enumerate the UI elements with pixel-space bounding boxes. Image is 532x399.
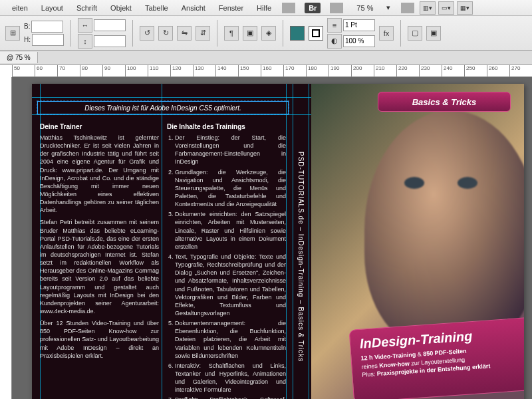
screen-mode-icon[interactable]: ▭▾ xyxy=(438,1,454,15)
content-item: Interaktiv: Schaltflächen und Links, Tex… xyxy=(175,362,286,394)
select-container-icon[interactable]: ▣ xyxy=(243,26,257,41)
contents-column: Die Inhalte des Trainings Der Einstieg: … xyxy=(167,122,286,400)
spine-text: PSD-TUTORIALS.de – InDesign-Training – B… xyxy=(297,152,305,362)
menu-item[interactable]: Ansicht xyxy=(175,4,212,12)
stroke-weight-input[interactable] xyxy=(343,19,375,31)
ruler-tick: 240 xyxy=(442,65,452,77)
cover-portrait xyxy=(364,110,524,350)
content-item: Dokumente einrichten: den Satzspiegel ei… xyxy=(175,210,286,251)
content-item: Dokumentenmanagement: die Ebenenfunktion… xyxy=(175,319,286,360)
ruler-tick: 140 xyxy=(215,65,226,77)
menu-item[interactable]: Layout xyxy=(35,4,70,12)
flip-v-icon[interactable]: ⇵ xyxy=(196,26,210,41)
width-input[interactable] xyxy=(31,21,63,33)
canvas[interactable]: Dieses Training ist für Adobe InDesign C… xyxy=(12,77,532,399)
chevron-down-icon[interactable]: ▾ xyxy=(380,3,397,12)
content-item: Grundlagen: die Werkzeuge, die Navigatio… xyxy=(175,168,286,209)
trainer-bio-3: Über 12 Stunden Video-Training und über … xyxy=(40,319,159,360)
front-cover: Basics & Tricks InDesign-Training 12 h V… xyxy=(311,84,524,399)
ruler-tick: 210 xyxy=(374,65,384,77)
separator xyxy=(330,3,343,13)
reference-point-icon[interactable]: ⊞ xyxy=(5,26,20,41)
spine: PSD-TUTORIALS.de – InDesign-Training – B… xyxy=(293,97,309,399)
content-item: Der Einstieg: der Start, die Voreinstell… xyxy=(175,134,286,166)
subtitle-badge: Basics & Tricks xyxy=(378,92,511,112)
view-options-icon[interactable]: ▥▾ xyxy=(420,1,436,15)
ruler-tick: 130 xyxy=(193,65,203,77)
scale-y-input[interactable] xyxy=(94,35,126,47)
menu-bar: eiten Layout Schrift Objekt Tabelle Ansi… xyxy=(0,0,532,16)
rotate-ccw-icon[interactable]: ↺ xyxy=(140,26,154,41)
separator xyxy=(282,3,295,13)
menu-item[interactable]: Objekt xyxy=(104,4,138,12)
effects-icon[interactable]: fx xyxy=(379,26,394,41)
guide[interactable] xyxy=(309,84,309,399)
menu-item[interactable]: Tabelle xyxy=(138,4,175,12)
trainer-column: Deine Trainer Matthias Tschinkowitz ist … xyxy=(40,122,159,400)
selection-frame[interactable] xyxy=(37,101,289,114)
page-spread[interactable]: Dieses Training ist für Adobe InDesign C… xyxy=(32,84,524,399)
ruler-tick: 90 xyxy=(102,65,110,77)
menu-item[interactable]: eiten xyxy=(5,4,35,12)
flip-h-icon[interactable]: ⇋ xyxy=(177,26,192,41)
separator xyxy=(400,20,401,47)
menu-item[interactable]: Schrift xyxy=(70,4,104,12)
stroke-weight-icon: ≡ xyxy=(327,18,342,33)
document-tabs: @ 75 % xyxy=(0,51,532,65)
ruler-tick: 230 xyxy=(419,65,430,77)
opacity-icon: ◐ xyxy=(327,34,342,49)
ruler-tick: 110 xyxy=(148,65,158,77)
text-wrap-bbox-icon[interactable]: ▣ xyxy=(426,26,441,41)
scale-x-input[interactable] xyxy=(94,19,126,31)
scale-x-icon[interactable]: ↔ xyxy=(78,18,92,33)
opacity-input[interactable] xyxy=(343,35,375,47)
paragraph-icon[interactable]: ¶ xyxy=(224,26,239,41)
horizontal-ruler[interactable]: 5060708090100110120130140150160170180190… xyxy=(12,65,532,77)
separator xyxy=(132,20,133,47)
fill-swatch[interactable] xyxy=(290,26,305,41)
contents-heading: Die Inhalte des Trainings xyxy=(167,122,286,132)
content-item: Text, Typografie und Objekte: Texte und … xyxy=(175,253,286,317)
ruler-tick: 180 xyxy=(306,65,317,77)
ruler-tick: 120 xyxy=(170,65,181,77)
ruler-tick: 80 xyxy=(80,65,88,77)
ruler-tick: 50 xyxy=(12,65,20,77)
zoom-level[interactable]: 75 % xyxy=(350,4,380,12)
menu-item[interactable]: Fenster xyxy=(212,4,250,12)
ruler-tick: 70 xyxy=(57,65,65,77)
trainer-heading: Deine Trainer xyxy=(40,122,159,132)
scale-y-icon[interactable]: ↕ xyxy=(78,34,92,49)
rotate-cw-icon[interactable]: ↻ xyxy=(158,26,173,41)
ruler-tick: 220 xyxy=(396,65,407,77)
separator xyxy=(217,20,217,47)
trainer-bio-2: Stefan Petri betreibt zusammen mit seine… xyxy=(40,218,159,315)
stroke-swatch[interactable] xyxy=(309,26,323,41)
ruler-tick: 100 xyxy=(125,65,136,77)
ruler-tick: 190 xyxy=(329,65,339,77)
width-label: B: xyxy=(24,23,30,30)
back-cover: Dieses Training ist für Adobe InDesign C… xyxy=(40,104,286,399)
trainer-bio-1: Matthias Tschinkowitz ist gelernter Druc… xyxy=(40,134,159,214)
document-tab[interactable]: @ 75 % xyxy=(0,52,38,63)
arrange-icon[interactable]: ▦▾ xyxy=(457,1,473,15)
title-badge: InDesign-Training 12 h Video-Training & … xyxy=(349,317,524,399)
separator xyxy=(70,20,71,47)
separator xyxy=(283,20,283,47)
vertical-ruler[interactable] xyxy=(0,77,12,399)
ruler-tick: 150 xyxy=(238,65,249,77)
text-wrap-none-icon[interactable]: ▢ xyxy=(408,26,422,41)
ruler-tick: 160 xyxy=(261,65,271,77)
select-content-icon[interactable]: ◈ xyxy=(261,26,276,41)
guide[interactable] xyxy=(286,84,287,399)
bridge-button[interactable]: Br xyxy=(305,3,321,13)
ruler-tick: 60 xyxy=(35,65,43,77)
content-item: Preflight: Preflightcheck, Softproof, Au… xyxy=(175,396,286,399)
menu-item[interactable]: Hilfe xyxy=(250,4,278,12)
ruler-tick: 250 xyxy=(464,65,475,77)
control-bar: ⊞ B: H: ↔ ↕ ↺ ↻ ⇋ ⇵ ¶ ▣ ◈ ≡ ◐ fx ▢ ▣ xyxy=(0,16,532,51)
height-input[interactable] xyxy=(32,34,64,46)
ruler-tick: 270 xyxy=(509,65,520,77)
ruler-tick: 260 xyxy=(487,65,497,77)
ruler-tick: 200 xyxy=(351,65,362,77)
ruler-tick: 170 xyxy=(283,65,294,77)
